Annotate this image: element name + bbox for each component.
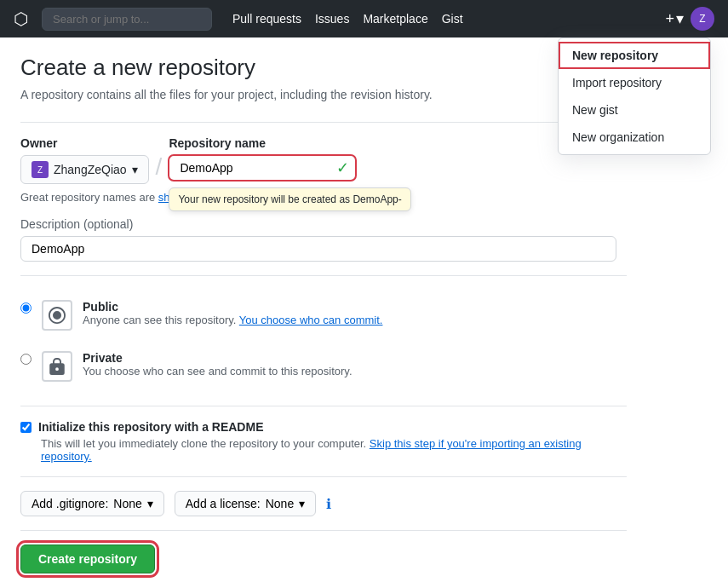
private-label: Private You choose who can see and commi… — [83, 351, 353, 377]
slash-divider: / — [156, 136, 163, 181]
public-desc: Anyone can see this repository. You choo… — [83, 314, 382, 326]
repo-name-group: Repository name ✓ Your new repository wi… — [169, 136, 356, 181]
private-option: Private You choose who can see and commi… — [20, 341, 627, 392]
bottom-controls: Add .gitignore: None ▾ Add a license: No… — [20, 491, 627, 516]
readme-section: Initialize this repository with a README… — [20, 420, 627, 463]
dropdown-import-repository[interactable]: Import repository — [559, 69, 710, 96]
public-commit-link[interactable]: You choose who can commit. — [239, 314, 383, 326]
owner-chevron-icon: ▾ — [132, 163, 138, 176]
license-value: None — [266, 497, 294, 510]
header-actions: + ▾ Z — [665, 7, 714, 31]
submit-section: Create repository — [20, 545, 627, 573]
owner-select[interactable]: Z ZhangZeQiao ▾ — [20, 155, 149, 184]
dropdown-new-gist[interactable]: New gist — [559, 96, 710, 124]
header-nav: Pull requests Issues Marketplace Gist — [232, 12, 463, 26]
dropdown-new-organization[interactable]: New organization — [559, 124, 710, 151]
nav-issues[interactable]: Issues — [315, 12, 349, 26]
repo-name-input[interactable] — [169, 155, 356, 181]
gitignore-value: None — [113, 497, 141, 510]
avatar[interactable]: Z — [691, 7, 714, 31]
owner-repo-row: Owner Z ZhangZeQiao ▾ / Repository name … — [20, 136, 627, 184]
plus-icon: + — [665, 10, 674, 28]
private-radio[interactable] — [20, 354, 32, 365]
gitignore-label: Add .gitignore: — [32, 497, 108, 510]
main-content: Create a new repository A repository con… — [0, 37, 647, 582]
github-logo: ⬡ — [14, 9, 28, 29]
page-title: Create a new repository — [20, 55, 627, 81]
private-icon — [42, 351, 72, 382]
nav-marketplace[interactable]: Marketplace — [363, 12, 427, 26]
nav-pull-requests[interactable]: Pull requests — [232, 12, 301, 26]
repo-name-tooltip: Your new repository will be created as D… — [169, 187, 410, 211]
search-input[interactable] — [42, 8, 212, 31]
license-label: Add a license: — [186, 497, 261, 510]
gitignore-select[interactable]: Add .gitignore: None ▾ — [20, 491, 164, 516]
owner-label: Owner — [20, 136, 149, 150]
readme-row: Initialize this repository with a README — [20, 420, 627, 434]
public-radio[interactable] — [20, 303, 32, 314]
divider-1 — [20, 122, 627, 123]
plus-chevron: ▾ — [676, 9, 684, 28]
private-title: Private — [83, 351, 353, 365]
license-select[interactable]: Add a license: None ▾ — [175, 491, 316, 516]
readme-checkbox-label: Initialize this repository with a README — [38, 420, 263, 434]
public-icon — [42, 300, 72, 331]
repo-name-check-icon: ✓ — [336, 158, 349, 177]
header: ⬡ Pull requests Issues Marketplace Gist … — [0, 0, 728, 37]
new-menu-button[interactable]: + ▾ — [665, 9, 684, 28]
readme-checkbox[interactable] — [20, 422, 32, 433]
repo-name-container: ✓ Your new repository will be created as… — [169, 155, 356, 181]
dropdown-new-repository[interactable]: New repository — [559, 42, 710, 69]
public-label: Public Anyone can see this repository. Y… — [83, 300, 382, 326]
license-chevron-icon: ▾ — [299, 497, 305, 510]
public-title: Public — [83, 300, 382, 314]
page-subtitle: A repository contains all the files for … — [20, 88, 627, 101]
public-option: Public Anyone can see this repository. Y… — [20, 290, 627, 341]
description-group: Description (optional) — [20, 217, 627, 262]
repo-name-label: Repository name — [169, 136, 356, 150]
visibility-section: Public Anyone can see this repository. Y… — [20, 290, 627, 392]
nav-gist[interactable]: Gist — [442, 12, 463, 26]
create-repository-button[interactable]: Create repository — [20, 545, 155, 573]
readme-hint: This will let you immediately clone the … — [41, 437, 627, 463]
private-desc: You choose who can see and commit to thi… — [83, 365, 353, 377]
owner-avatar: Z — [32, 161, 49, 178]
divider-3 — [20, 406, 627, 406]
divider-5 — [20, 530, 627, 531]
divider-4 — [20, 476, 627, 477]
description-label: Description (optional) — [20, 217, 627, 231]
gitignore-chevron-icon: ▾ — [147, 497, 153, 510]
owner-group: Owner Z ZhangZeQiao ▾ — [20, 136, 149, 184]
owner-name: ZhangZeQiao — [54, 163, 127, 176]
description-input[interactable] — [20, 236, 616, 262]
info-icon[interactable]: ℹ — [326, 496, 331, 512]
divider-2 — [20, 275, 627, 276]
dropdown-menu: New repository Import repository New gis… — [558, 37, 711, 155]
